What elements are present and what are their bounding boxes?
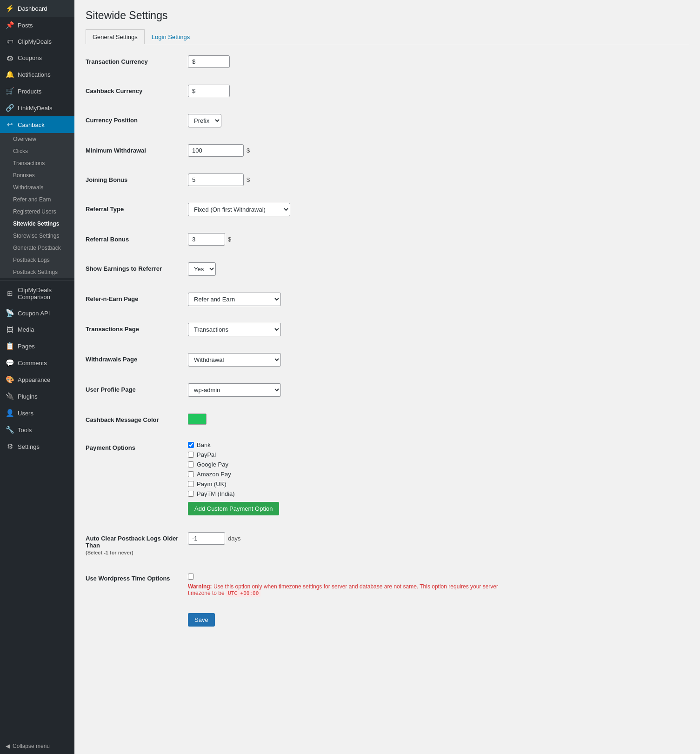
referral-bonus-input[interactable] [188,233,225,246]
save-button[interactable]: Save [188,613,215,627]
paym-uk-checkbox[interactable] [188,481,194,487]
currency-position-select[interactable]: Prefix Suffix [188,114,221,127]
sidebar-item-users[interactable]: 👤 Users [0,405,74,421]
referral-type-select[interactable]: Fixed (On first Withdrawal) Percentage F… [188,203,290,216]
sidebar-item-appearance[interactable]: 🎨 Appearance [0,371,74,388]
paypal-checkbox[interactable] [188,452,194,458]
settings-form: Transaction Currency Cashback Currency C… [86,55,504,635]
referral-bonus-suffix: $ [228,236,231,243]
use-wp-time-checkbox[interactable] [188,574,194,580]
refer-earn-page-select[interactable]: Refer and Earn Home [188,293,281,306]
submenu-bonuses[interactable]: Bonuses [0,169,74,181]
collapse-menu-button[interactable]: ◀ Collapse menu [0,738,74,754]
currency-position-label: Currency Position [86,114,188,124]
cashback-color-swatch[interactable] [188,414,207,425]
joining-bonus-input[interactable] [188,173,244,186]
transactions-page-control: Transactions Home [188,323,281,336]
sidebar-item-tools[interactable]: 🔧 Tools [0,421,74,438]
submenu-registered-users[interactable]: Registered Users [0,206,74,218]
submenu-refer-earn[interactable]: Refer and Earn [0,194,74,206]
main-content: Sitewide Settings General Settings Login… [74,0,700,754]
sidebar-item-label: Cashback [18,121,45,128]
show-earnings-select[interactable]: Yes No [188,262,216,276]
paytm-india-checkbox[interactable] [188,491,194,497]
submenu-storewise-settings[interactable]: Storewise Settings [0,230,74,242]
tab-login-settings[interactable]: Login Settings [145,29,197,44]
auto-clear-hint: (Select -1 for never) [86,550,188,555]
submenu-postback-settings[interactable]: Postback Settings [0,266,74,278]
submenu-transactions[interactable]: Transactions [0,157,74,169]
sidebar-item-linkmydeals[interactable]: 🔗 LinkMyDeals [0,100,74,116]
submenu-postback-logs[interactable]: Postback Logs [0,254,74,266]
payment-options-checkboxes: Bank PayPal Google Pay Amazon Pay [188,441,235,497]
auto-clear-input[interactable] [188,532,225,545]
sidebar-item-plugins[interactable]: 🔌 Plugins [0,388,74,405]
bank-label[interactable]: Bank [197,441,211,448]
google-pay-label[interactable]: Google Pay [197,461,228,468]
sidebar-item-label: Users [18,410,33,417]
amazon-pay-checkbox[interactable] [188,471,194,477]
cashback-color-control [188,414,207,425]
withdrawals-page-select[interactable]: Withdrawal Home [188,353,281,367]
sidebar-item-comments[interactable]: 💬 Comments [0,354,74,371]
refer-earn-page-label: Refer-n-Earn Page [86,293,188,302]
sidebar-item-cashback[interactable]: ↩ Cashback [0,116,74,133]
sidebar-item-pages[interactable]: 📋 Pages [0,338,74,354]
google-pay-checkbox[interactable] [188,461,194,467]
sidebar-item-label: Coupon API [18,310,50,317]
sidebar-item-products[interactable]: 🛒 Products [0,83,74,100]
sidebar-item-notifications[interactable]: 🔔 Notifications [0,66,74,83]
referral-type-control: Fixed (On first Withdrawal) Percentage F… [188,203,290,216]
payment-options-row: Payment Options Bank PayPal Google Pay [86,441,504,524]
cashback-icon: ↩ [6,120,14,129]
auto-clear-row: Auto Clear Postback Logs Older Than (Sel… [86,532,504,564]
comparison-icon: ⊞ [6,289,14,298]
save-row: Save [86,613,504,635]
sidebar-item-label: ClipMyDeals Comparison [18,287,69,300]
user-profile-page-label: User Profile Page [86,383,188,393]
refer-earn-page-control: Refer and Earn Home [188,293,281,306]
submenu-generate-postback[interactable]: Generate Postback [0,242,74,254]
transactions-page-label: Transactions Page [86,323,188,333]
cashback-currency-input[interactable] [188,85,230,97]
bank-checkbox[interactable] [188,442,194,448]
submenu-sitewide-settings[interactable]: Sitewide Settings [0,218,74,230]
transaction-currency-input[interactable] [188,55,230,68]
pages-icon: 📋 [6,342,14,350]
sidebar-item-posts[interactable]: 📌 Posts [0,17,74,33]
sidebar-item-coupons[interactable]: 🎟 Coupons [0,50,74,66]
paym-uk-label[interactable]: Paym (UK) [197,480,227,487]
transaction-currency-row: Transaction Currency [86,55,504,76]
coupons-icon: 🎟 [6,54,14,62]
minimum-withdrawal-row: Minimum Withdrawal $ [86,144,504,165]
products-icon: 🛒 [6,87,14,95]
transaction-currency-label: Transaction Currency [86,55,188,65]
sidebar-item-label: Dashboard [18,5,47,12]
paypal-label[interactable]: PayPal [197,451,216,458]
sidebar-item-label: Notifications [18,71,51,78]
currency-position-row: Currency Position Prefix Suffix [86,114,504,136]
user-profile-page-select[interactable]: wp-admin Home [188,383,281,397]
sidebar-item-label: Posts [18,22,33,29]
tab-general-settings[interactable]: General Settings [86,29,145,44]
submenu-withdrawals[interactable]: Withdrawals [0,181,74,194]
joining-bonus-control: $ [188,173,250,186]
sidebar-item-settings[interactable]: ⚙ Settings [0,438,74,455]
settings-icon: ⚙ [6,442,14,451]
payment-options-control: Bank PayPal Google Pay Amazon Pay [188,441,279,515]
submenu-overview[interactable]: Overview [0,133,74,145]
paytm-india-label[interactable]: PayTM (India) [197,490,235,497]
sidebar-item-clipmydeals-comparison[interactable]: ⊞ ClipMyDeals Comparison [0,282,74,305]
add-custom-payment-button[interactable]: Add Custom Payment Option [188,502,279,515]
submenu-clicks[interactable]: Clicks [0,145,74,157]
minimum-withdrawal-input[interactable] [188,144,244,157]
sidebar-item-dashboard[interactable]: ⚡ Dashboard [0,0,74,17]
amazon-pay-label[interactable]: Amazon Pay [197,471,231,478]
page-title: Sitewide Settings [86,9,689,22]
withdrawals-page-row: Withdrawals Page Withdrawal Home [86,353,504,375]
sidebar-item-media[interactable]: 🖼 Media [0,321,74,338]
transactions-page-select[interactable]: Transactions Home [188,323,281,336]
sidebar-item-clipmydeals[interactable]: 🏷 ClipMyDeals [0,33,74,50]
referral-bonus-label: Referral Bonus [86,233,188,243]
sidebar-item-coupon-api[interactable]: 📡 Coupon API [0,305,74,321]
